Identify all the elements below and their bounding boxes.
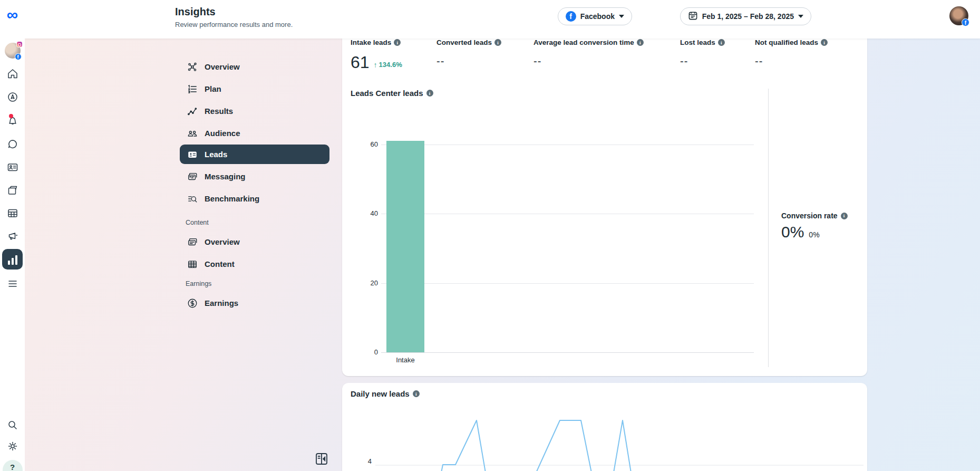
nav-label: Leads [205, 150, 227, 159]
user-avatar[interactable]: f [949, 6, 968, 25]
rail-ads-manager-button[interactable] [0, 91, 25, 103]
stat-value: -- [680, 53, 688, 69]
insights-nav-panel: Overview Plan Results Audience Leads Mes… [25, 39, 342, 471]
gridline-20 [381, 283, 754, 284]
rail-insights-button-selected[interactable] [0, 249, 25, 270]
info-icon[interactable]: i [426, 90, 433, 97]
gear-icon [7, 440, 18, 452]
nav-label: Benchmarking [205, 194, 259, 203]
info-icon[interactable]: i [637, 39, 644, 46]
rail-leads-center-button[interactable] [0, 161, 25, 173]
meta-logo[interactable]: ∞ [0, 8, 25, 21]
stat-label: Converted leads [436, 39, 492, 46]
nav-item-leads-selected[interactable]: Leads [180, 145, 329, 164]
ytick-20: 20 [361, 279, 378, 287]
meta-business-suite-insights-page: ∞ f [0, 0, 980, 471]
stat-label: Lost leads [680, 39, 715, 46]
rail-notifications-button[interactable] [0, 115, 25, 129]
notification-dot [9, 114, 13, 118]
rail-settings-button[interactable] [0, 440, 25, 452]
arrow-up-icon: ↑ [374, 61, 377, 69]
nav-item-earnings[interactable]: Earnings [180, 293, 329, 313]
nav-label: Content [205, 259, 235, 268]
rail-help-button[interactable]: ? [0, 460, 25, 471]
stat-label: Not qualified leads [755, 39, 818, 46]
stat-not-qualified-leads: Not qualified leadsi -- [755, 39, 828, 69]
rail-planner-button[interactable] [0, 207, 25, 219]
daily-ytick-4: 4 [361, 457, 372, 465]
xtick-intake: Intake [386, 356, 424, 364]
gridline-0 [381, 352, 754, 353]
chevron-down-icon [619, 15, 624, 18]
stat-intake-leads: Intake leadsi 61 ↑134.6% [351, 39, 402, 71]
stat-label: Intake leads [351, 39, 391, 46]
conversion-rate-secondary: 0% [809, 230, 819, 241]
stat-value: -- [755, 53, 763, 69]
megaphone-icon [7, 230, 18, 242]
account-selector-dropdown[interactable]: f Facebook [558, 7, 632, 25]
intake-bar[interactable] [386, 141, 424, 352]
rail-advertise-button[interactable] [0, 230, 25, 242]
collapse-sidebar-button[interactable] [314, 451, 329, 467]
nav-label: Messaging [205, 172, 246, 181]
messaging-cards-icon [187, 171, 198, 182]
table-grid-icon [187, 259, 198, 270]
info-icon[interactable]: i [413, 390, 420, 397]
nav-item-plan[interactable]: Plan [180, 79, 329, 99]
daily-new-leads-card: Daily new leadsi 4 [342, 383, 867, 471]
info-icon[interactable]: i [821, 39, 828, 46]
business-account-avatar[interactable]: f [0, 43, 25, 59]
nav-item-content-overview[interactable]: Overview [180, 232, 329, 252]
ytick-40: 40 [361, 209, 378, 217]
people-icon [187, 128, 198, 139]
nav-item-benchmarking[interactable]: Benchmarking [180, 189, 329, 208]
rail-commerce-button[interactable] [0, 185, 25, 196]
stat-converted-leads: Converted leadsi -- [436, 39, 501, 69]
contact-card-icon [7, 161, 18, 173]
home-icon [7, 68, 18, 80]
rail-search-button[interactable] [0, 419, 25, 431]
nav-label: Earnings [205, 299, 238, 307]
numbered-list-icon [187, 84, 198, 94]
trend-line-icon [187, 106, 198, 117]
line-segment-2 [536, 420, 591, 471]
circle-arrow-icon [7, 91, 18, 103]
stat-lost-leads: Lost leadsi -- [680, 39, 725, 69]
nav-item-results[interactable]: Results [180, 101, 329, 121]
info-icon[interactable]: i [494, 39, 501, 46]
nav-label: Overview [205, 237, 240, 246]
insights-bar-chart-icon [2, 249, 23, 270]
nav-item-messaging[interactable]: Messaging [180, 167, 329, 186]
nav-item-audience[interactable]: Audience [180, 123, 329, 143]
stat-avg-conversion-time: Average lead conversion timei -- [533, 39, 644, 69]
nav-section-earnings: Earnings [186, 280, 211, 287]
line-segment-1 [441, 420, 486, 471]
stat-value: 61 [351, 53, 370, 71]
calendar-icon [688, 11, 698, 22]
network-icon [187, 62, 198, 72]
leads-center-chart-title: Leads Center leadsi [351, 89, 433, 98]
benchmark-search-icon [187, 194, 198, 204]
facebook-badge-icon: f [962, 18, 969, 26]
question-mark-icon: ? [3, 460, 23, 471]
bell-wrap [7, 115, 18, 129]
info-icon[interactable]: i [718, 39, 725, 46]
nav-item-content[interactable]: Content [180, 254, 329, 274]
calendar-grid-icon [7, 207, 18, 219]
ytick-0: 0 [361, 348, 378, 356]
nav-item-overview[interactable]: Overview [180, 57, 329, 76]
hamburger-menu-icon [7, 278, 18, 290]
page-subtitle: Review performance results and more. [175, 21, 293, 28]
rail-home-button[interactable] [0, 68, 25, 80]
instagram-badge-icon [16, 41, 23, 47]
date-range-picker[interactable]: Feb 1, 2025 – Feb 28, 2025 [680, 7, 811, 25]
rail-inbox-button[interactable] [0, 138, 25, 150]
info-icon[interactable]: i [394, 39, 401, 46]
nav-label: Overview [205, 62, 240, 71]
conversion-rate-value-row: 0% 0% [781, 224, 820, 241]
line-segment-3 [614, 420, 631, 471]
rail-all-tools-button[interactable] [0, 278, 25, 290]
page-title: Insights [175, 6, 216, 18]
chat-bubble-icon [7, 138, 18, 150]
info-icon[interactable]: i [841, 213, 848, 219]
